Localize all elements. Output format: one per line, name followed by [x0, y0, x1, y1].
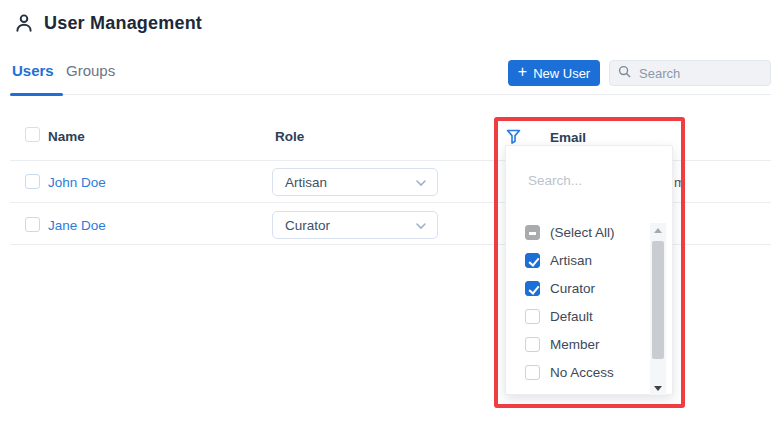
active-tab-underline	[10, 93, 63, 96]
scroll-up-arrow-icon[interactable]	[650, 223, 666, 237]
filter-option-label: (Select All)	[550, 225, 615, 240]
page-title: User Management	[44, 13, 202, 34]
filter-option-default[interactable]: Default	[525, 308, 593, 325]
tabbar-divider	[10, 94, 771, 95]
checkbox-checked[interactable]	[525, 253, 540, 268]
filter-menu-popup: (Select All) Artisan Curator Default Mem…	[505, 145, 673, 395]
column-header-name: Name	[48, 129, 85, 144]
user-name-link[interactable]: John Doe	[48, 175, 106, 190]
filter-search-input[interactable]	[526, 172, 648, 189]
person-icon	[13, 12, 35, 34]
scrollbar-thumb[interactable]	[652, 241, 664, 359]
column-header-email: Email	[550, 130, 586, 145]
user-name-link[interactable]: Jane Doe	[48, 218, 106, 233]
row-checkbox[interactable]	[25, 174, 40, 189]
scroll-down-arrow-icon[interactable]	[650, 381, 666, 395]
user-management-page: User Management Users Groups + New User …	[0, 0, 781, 421]
chevron-down-icon	[415, 175, 427, 190]
column-header-role: Role	[275, 129, 304, 144]
filter-option-select-all[interactable]: (Select All)	[525, 224, 615, 241]
role-dropdown-value: Artisan	[285, 175, 327, 190]
checkbox-unchecked[interactable]	[525, 309, 540, 324]
filter-icon[interactable]	[506, 129, 521, 146]
checkbox-unchecked[interactable]	[525, 365, 540, 380]
filter-option-label: Default	[550, 309, 593, 324]
search-input[interactable]	[637, 65, 762, 82]
filter-option-curator[interactable]: Curator	[525, 280, 595, 297]
filter-option-no-access[interactable]: No Access	[525, 364, 614, 381]
filter-option-member[interactable]: Member	[525, 336, 600, 353]
role-dropdown[interactable]: Curator	[272, 211, 438, 239]
new-user-button[interactable]: + New User	[508, 60, 600, 86]
checkbox-unchecked[interactable]	[525, 337, 540, 352]
role-dropdown-value: Curator	[285, 218, 330, 233]
scrollbar[interactable]	[650, 223, 666, 395]
email-cell-fragment: m	[674, 175, 685, 190]
select-all-rows-checkbox[interactable]	[25, 127, 40, 142]
plus-icon: +	[518, 64, 527, 80]
search-icon	[618, 64, 631, 82]
tab-groups[interactable]: Groups	[66, 62, 115, 79]
new-user-button-label: New User	[533, 66, 590, 81]
filter-option-label: Artisan	[550, 253, 592, 268]
filter-option-label: No Access	[550, 365, 614, 380]
filter-option-artisan[interactable]: Artisan	[525, 252, 592, 269]
row-checkbox[interactable]	[25, 217, 40, 232]
tab-users[interactable]: Users	[12, 62, 54, 79]
chevron-down-icon	[415, 218, 427, 233]
search-box[interactable]	[609, 60, 771, 86]
role-dropdown[interactable]: Artisan	[272, 168, 438, 196]
filter-option-label: Member	[550, 337, 600, 352]
checkbox-indeterminate[interactable]	[525, 225, 540, 240]
checkbox-checked[interactable]	[525, 281, 540, 296]
filter-option-label: Curator	[550, 281, 595, 296]
